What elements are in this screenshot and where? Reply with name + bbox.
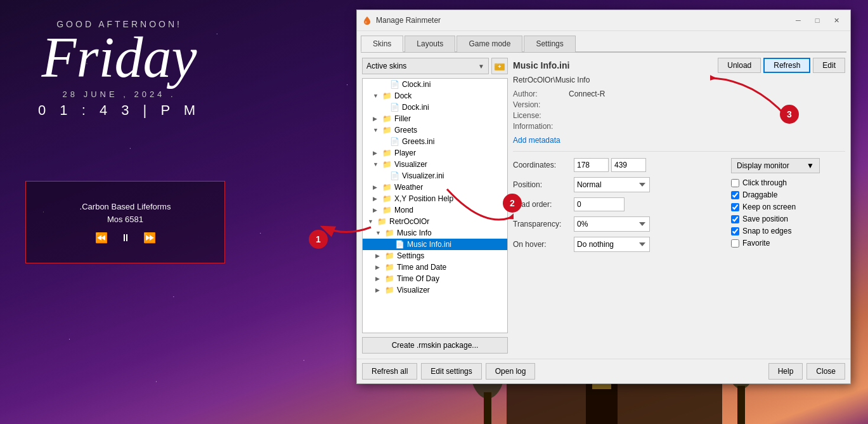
on-hover-select[interactable]: Do nothing Hide Fade in Fade out xyxy=(574,237,650,252)
title-bar-left: Manage Rainmeter xyxy=(362,15,441,25)
tree-item-visualizer[interactable]: ▼ 📁 Visualizer xyxy=(363,159,507,170)
tree-item-clock-ini[interactable]: 📄 Clock.ini xyxy=(363,79,507,90)
tree-label: Greets xyxy=(394,126,417,135)
tree-label: Visualizer.ini xyxy=(402,171,444,180)
rewind-button[interactable]: ⏪ xyxy=(95,232,108,244)
tab-layouts[interactable]: Layouts xyxy=(405,36,455,52)
music-title-line2: Mos 6581 xyxy=(107,215,143,224)
bottom-right-buttons: Help Close xyxy=(768,363,845,380)
close-dialog-button[interactable]: ✕ xyxy=(827,14,845,27)
tree-item-dock[interactable]: ▼ 📁 Dock xyxy=(363,90,507,102)
tree-item-dock-ini[interactable]: 📄 Dock.ini xyxy=(363,102,507,113)
version-value xyxy=(569,100,845,109)
tree-label: Music Info xyxy=(397,229,432,237)
skin-path: RetrOcOlOr\Music Info xyxy=(513,76,845,84)
coord-y-input[interactable] xyxy=(611,158,646,172)
information-value xyxy=(569,122,845,131)
coord-x-input[interactable] xyxy=(574,158,609,172)
arrow-1 xyxy=(320,215,377,240)
keep-on-screen-checkbox[interactable] xyxy=(731,203,739,211)
desktop-overlay: GOOD AFTERNOON! Friday 28 JUNE , 2024 . … xyxy=(38,19,200,119)
author-value: Connect-R xyxy=(569,89,845,98)
position-select[interactable]: Normal Topmost Bottom On desktop Window xyxy=(574,177,650,192)
tree-label: Mond xyxy=(394,206,413,215)
edit-button[interactable]: Edit xyxy=(813,58,845,73)
load-order-input[interactable] xyxy=(574,197,625,211)
maximize-button[interactable]: □ xyxy=(808,14,826,27)
refresh-all-button[interactable]: Refresh all xyxy=(362,363,417,380)
tab-skins[interactable]: Skins xyxy=(361,36,403,52)
folder-icon: 📁 xyxy=(382,114,392,123)
tree-label: Settings xyxy=(397,251,424,260)
on-hover-label: On hover: xyxy=(513,240,570,249)
tree-label: Music Info.ini xyxy=(407,240,451,249)
tree-item-filler[interactable]: ▶ 📁 Filler xyxy=(363,113,507,124)
tree-item-greets-ini[interactable]: 📄 Greets.ini xyxy=(363,136,507,147)
create-package-button[interactable]: Create .rmskin package... xyxy=(362,337,508,354)
checkbox-click-through: Click through xyxy=(731,178,845,187)
music-player-widget: .Carbon Based Lifeforms Mos 6581 ⏪ ⏸ ⏩ xyxy=(25,181,225,263)
tree-item-visualizer2[interactable]: ▶ 📁 Visualizer xyxy=(363,284,507,296)
author-label: Author: xyxy=(513,89,564,98)
tree-item-player[interactable]: ▶ 📁 Player xyxy=(363,147,507,159)
transparency-select[interactable]: 0% 10% 20% 30% 40% 50% xyxy=(574,216,650,232)
checkbox-favorite: Favorite xyxy=(731,239,845,248)
day-display: Friday xyxy=(38,29,200,86)
divider xyxy=(513,151,845,152)
tree-item-time-of-day[interactable]: ▶ 📁 Time Of Day xyxy=(363,273,507,284)
file-icon: 📄 xyxy=(390,103,400,112)
favorite-checkbox[interactable] xyxy=(731,239,739,248)
folder-icon: 📁 xyxy=(377,217,387,226)
right-panel: Music Info.ini Unload Refresh Edit RetrO… xyxy=(513,58,845,354)
active-skins-dropdown[interactable]: Active skins ▼ xyxy=(362,58,489,74)
dropdown-bar: Active skins ▼ + xyxy=(362,58,508,74)
minimize-button[interactable]: ─ xyxy=(789,14,807,27)
edit-settings-button[interactable]: Edit settings xyxy=(421,363,481,380)
tree-toggle: ▶ xyxy=(373,116,380,122)
checkbox-snap-to-edges: Snap to edges xyxy=(731,227,845,235)
close-button[interactable]: Close xyxy=(806,363,845,380)
checkbox-keep-on-screen: Keep on screen xyxy=(731,202,845,211)
tree-item-settings[interactable]: ▶ 📁 Settings xyxy=(363,250,507,262)
date-display: 28 JUNE , 2024 . xyxy=(38,89,200,99)
folder-icon: 📁 xyxy=(382,126,392,135)
svg-rect-11 xyxy=(484,392,491,424)
folder-icon: 📁 xyxy=(382,194,392,203)
add-metadata-link[interactable]: Add metadata xyxy=(513,136,845,145)
license-label: License: xyxy=(513,111,564,120)
pause-button[interactable]: ⏸ xyxy=(120,232,131,244)
license-value xyxy=(569,111,845,120)
tree-item-time-and-date[interactable]: ▶ 📁 Time and Date xyxy=(363,262,507,273)
tree-label: Greets.ini xyxy=(402,137,434,146)
manage-rainmeter-dialog: Manage Rainmeter ─ □ ✕ Skins Layouts Gam… xyxy=(356,10,851,384)
snap-to-edges-checkbox[interactable] xyxy=(731,227,739,235)
tree-toggle: ▶ xyxy=(373,150,380,156)
tree-toggle: ▶ xyxy=(375,253,383,259)
tree-label: Dock xyxy=(394,91,411,100)
display-monitor-button[interactable]: Display monitor ▼ xyxy=(731,158,820,173)
tab-settings[interactable]: Settings xyxy=(524,36,575,52)
forward-button[interactable]: ⏩ xyxy=(143,232,156,244)
tree-item-greets[interactable]: ▼ 📁 Greets xyxy=(363,124,507,136)
file-icon: 📄 xyxy=(390,137,400,146)
tab-game-mode[interactable]: Game mode xyxy=(457,36,522,52)
svg-rect-12 xyxy=(737,386,745,424)
tree-label: Visualizer xyxy=(394,160,427,169)
click-through-checkbox[interactable] xyxy=(731,179,739,187)
folder-icon: 📁 xyxy=(385,251,395,260)
draggable-checkbox[interactable] xyxy=(731,191,739,199)
tree-item-music-info-ini[interactable]: 📄 Music Info.ini xyxy=(363,239,507,250)
save-position-checkbox[interactable] xyxy=(731,215,739,223)
title-bar: Manage Rainmeter ─ □ ✕ xyxy=(357,10,850,31)
display-monitor-dropdown-icon: ▼ xyxy=(806,161,814,170)
checkboxes-grid: Click through Draggable Keep on screen xyxy=(731,178,845,248)
tree-toggle: ▼ xyxy=(373,161,380,168)
music-controls: ⏪ ⏸ ⏩ xyxy=(95,232,156,244)
time-display: 0 1 : 4 3 | P M xyxy=(38,102,200,119)
tab-bar: Skins Layouts Game mode Settings xyxy=(357,31,850,51)
open-log-button[interactable]: Open log xyxy=(486,363,536,380)
help-button[interactable]: Help xyxy=(768,363,803,380)
add-skin-button[interactable]: + xyxy=(491,58,508,74)
folder-icon: 📁 xyxy=(382,160,392,169)
folder-icon: 📁 xyxy=(385,274,395,283)
